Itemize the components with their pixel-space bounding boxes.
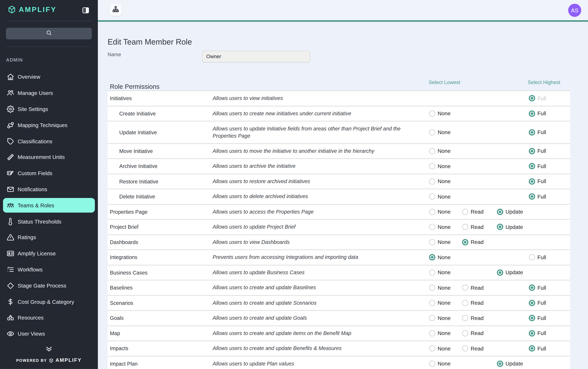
radio-selected-icon[interactable] bbox=[529, 300, 535, 306]
permission-option-update[interactable]: Update bbox=[497, 360, 523, 367]
sidebar-item-custom-fields[interactable]: Custom Fields bbox=[3, 165, 95, 181]
radio-unselected-icon[interactable] bbox=[462, 300, 468, 306]
permission-option-update[interactable]: Update bbox=[497, 224, 523, 230]
sidebar-item-overview[interactable]: Overview bbox=[3, 69, 95, 85]
sidebar-item-ratings[interactable]: Ratings bbox=[3, 229, 95, 246]
radio-unselected-icon[interactable] bbox=[429, 129, 435, 135]
permission-option-none[interactable]: None bbox=[429, 269, 451, 276]
permission-option-read[interactable]: Read bbox=[462, 224, 484, 230]
permission-option-read[interactable]: Read bbox=[462, 300, 484, 306]
sidebar-item-classifications[interactable]: Classifications bbox=[3, 133, 95, 149]
radio-selected-icon[interactable] bbox=[529, 110, 535, 117]
sidebar-item-status-thresholds[interactable]: Status Thresholds bbox=[3, 214, 95, 229]
radio-selected-icon[interactable] bbox=[529, 163, 535, 170]
radio-unselected-icon[interactable] bbox=[429, 360, 435, 367]
permission-option-none[interactable]: None bbox=[429, 224, 451, 230]
sidebar-more-button[interactable] bbox=[0, 345, 98, 354]
radio-unselected-icon[interactable] bbox=[462, 345, 468, 352]
sidebar-item-amplify-license[interactable]: Amplify License bbox=[3, 246, 95, 262]
permission-option-read[interactable]: Read bbox=[462, 239, 484, 246]
radio-unselected-icon[interactable] bbox=[462, 285, 468, 291]
permission-option-full[interactable]: Full bbox=[529, 163, 546, 170]
search-input[interactable] bbox=[6, 28, 92, 39]
permission-option-full[interactable]: Full bbox=[529, 345, 546, 352]
sidebar-item-stage-gate-process[interactable]: Stage Gate Process bbox=[3, 277, 95, 294]
radio-selected-icon[interactable] bbox=[529, 95, 535, 102]
radio-selected-icon[interactable] bbox=[529, 193, 535, 200]
permission-option-none[interactable]: None bbox=[429, 110, 451, 117]
permission-option-full[interactable]: Full bbox=[529, 300, 546, 306]
permission-option-full[interactable]: Full bbox=[529, 254, 546, 261]
permission-option-none[interactable]: None bbox=[429, 163, 451, 170]
permission-option-none[interactable]: None bbox=[429, 254, 451, 261]
radio-selected-icon[interactable] bbox=[497, 269, 503, 276]
permission-option-update[interactable]: Update bbox=[497, 269, 523, 276]
sidebar-item-manage-users[interactable]: Manage Users bbox=[3, 85, 95, 101]
permission-option-read[interactable]: Read bbox=[462, 330, 484, 337]
radio-unselected-icon[interactable] bbox=[429, 345, 435, 352]
sidebar-item-notifications[interactable]: Notifications bbox=[3, 181, 95, 197]
radio-selected-icon[interactable] bbox=[497, 360, 503, 367]
permission-option-full[interactable]: Full bbox=[529, 330, 546, 337]
sidebar-item-cost-group-category[interactable]: Cost Group & Category bbox=[3, 294, 95, 310]
radio-selected-icon[interactable] bbox=[462, 239, 468, 246]
avatar[interactable]: AS bbox=[567, 3, 582, 18]
sidebar-item-teams-roles[interactable]: Teams & Roles bbox=[3, 198, 95, 213]
radio-unselected-icon[interactable] bbox=[529, 254, 535, 261]
permission-option-full[interactable]: Full bbox=[529, 148, 546, 154]
permission-option-read[interactable]: Read bbox=[462, 208, 484, 215]
permission-option-read[interactable]: Read bbox=[462, 345, 484, 352]
permission-option-update[interactable]: Update bbox=[497, 208, 523, 215]
radio-unselected-icon[interactable] bbox=[429, 110, 435, 117]
permission-option-read[interactable]: Read bbox=[462, 285, 484, 291]
radio-unselected-icon[interactable] bbox=[429, 224, 435, 230]
radio-selected-icon[interactable] bbox=[529, 315, 535, 321]
radio-unselected-icon[interactable] bbox=[462, 315, 468, 321]
permission-option-none[interactable]: None bbox=[429, 148, 451, 154]
radio-selected-icon[interactable] bbox=[529, 285, 535, 291]
radio-selected-icon[interactable] bbox=[529, 129, 535, 135]
permission-option-none[interactable]: None bbox=[429, 345, 451, 352]
permission-option-full[interactable]: Full bbox=[529, 285, 546, 291]
radio-unselected-icon[interactable] bbox=[429, 163, 435, 170]
radio-selected-icon[interactable] bbox=[529, 148, 535, 154]
permission-option-full[interactable]: Full bbox=[529, 95, 546, 102]
permission-option-full[interactable]: Full bbox=[529, 129, 546, 135]
permission-option-none[interactable]: None bbox=[429, 239, 451, 246]
permission-option-none[interactable]: None bbox=[429, 360, 451, 367]
radio-unselected-icon[interactable] bbox=[429, 208, 435, 215]
sidebar-item-measurement-units[interactable]: Measurement Units bbox=[3, 149, 95, 165]
permission-option-full[interactable]: Full bbox=[529, 193, 546, 200]
radio-unselected-icon[interactable] bbox=[462, 224, 468, 230]
radio-unselected-icon[interactable] bbox=[462, 330, 468, 337]
role-name-input[interactable] bbox=[202, 51, 310, 62]
permission-option-none[interactable]: None bbox=[429, 300, 451, 306]
permission-option-none[interactable]: None bbox=[429, 208, 451, 215]
radio-selected-icon[interactable] bbox=[497, 208, 503, 215]
permission-option-read[interactable]: Read bbox=[462, 315, 484, 321]
radio-unselected-icon[interactable] bbox=[429, 269, 435, 276]
permission-option-none[interactable]: None bbox=[429, 193, 451, 200]
radio-unselected-icon[interactable] bbox=[429, 239, 435, 246]
radio-selected-icon[interactable] bbox=[497, 224, 503, 230]
radio-selected-icon[interactable] bbox=[529, 178, 535, 185]
radio-unselected-icon[interactable] bbox=[429, 178, 435, 185]
permission-option-none[interactable]: None bbox=[429, 178, 451, 185]
permission-option-full[interactable]: Full bbox=[529, 178, 546, 185]
select-highest-link[interactable]: Select Highest bbox=[528, 80, 560, 85]
sidebar-item-site-settings[interactable]: Site Settings bbox=[3, 101, 95, 117]
radio-selected-icon[interactable] bbox=[529, 330, 535, 337]
sidebar-item-user-views[interactable]: User Views bbox=[3, 326, 95, 342]
radio-unselected-icon[interactable] bbox=[429, 330, 435, 337]
sidebar-item-resources[interactable]: Resources bbox=[3, 310, 95, 326]
radio-unselected-icon[interactable] bbox=[462, 208, 468, 215]
radio-unselected-icon[interactable] bbox=[429, 315, 435, 321]
radio-selected-icon[interactable] bbox=[529, 345, 535, 352]
sidebar-item-workflows[interactable]: Workflows bbox=[3, 262, 95, 277]
permission-option-none[interactable]: None bbox=[429, 129, 451, 135]
permission-option-full[interactable]: Full bbox=[529, 110, 546, 117]
permission-option-full[interactable]: Full bbox=[529, 315, 546, 321]
permission-option-none[interactable]: None bbox=[429, 330, 451, 337]
radio-unselected-icon[interactable] bbox=[429, 148, 435, 154]
radio-unselected-icon[interactable] bbox=[429, 300, 435, 306]
